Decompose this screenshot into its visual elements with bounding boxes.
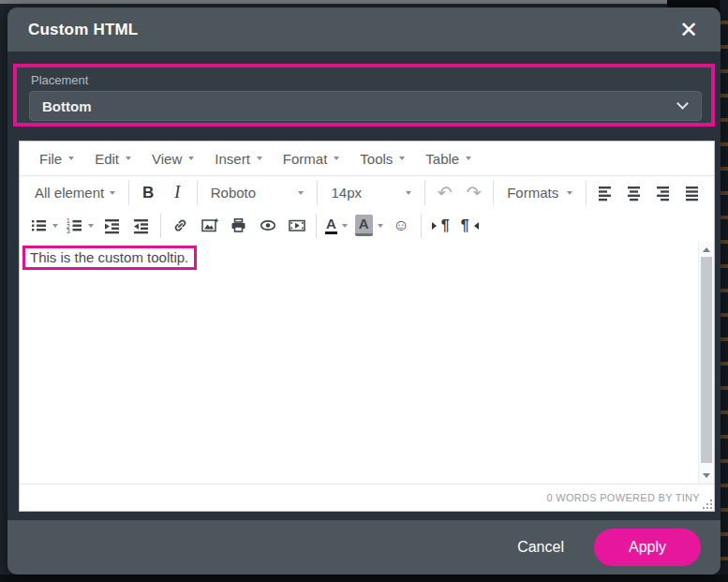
italic-button[interactable]: I [163, 179, 192, 206]
rtl-direction-icon[interactable]: ¶ [455, 212, 484, 239]
apply-button[interactable]: Apply [594, 529, 701, 566]
menu-table[interactable]: Table [415, 145, 482, 172]
close-icon[interactable]: ✕ [676, 17, 702, 43]
background-strip [0, 0, 667, 4]
editor-menubar: File Edit View Insert Format Tools Table [20, 142, 714, 176]
editor-statusbar: 0 WORDS POWERED BY TINY [20, 484, 714, 511]
toolbar-separator [160, 214, 161, 238]
preview-eye-icon[interactable] [253, 212, 282, 239]
placement-field-highlight: Placement Bottom [13, 64, 715, 127]
toolbar-separator [316, 214, 317, 238]
dialog-footer: Cancel Apply [7, 520, 721, 575]
menu-tools[interactable]: Tools [349, 145, 415, 172]
rich-text-editor: File Edit View Insert Format Tools Table… [19, 141, 715, 512]
menu-format[interactable]: Format [273, 145, 350, 172]
align-center-icon[interactable] [620, 179, 649, 206]
numbered-list-icon[interactable]: 123 [62, 212, 97, 239]
undo-icon[interactable]: ↶ [430, 179, 459, 206]
bold-button[interactable]: B [134, 179, 163, 206]
svg-text:3: 3 [67, 228, 70, 234]
scroll-up-icon[interactable] [699, 243, 714, 257]
font-size-dropdown[interactable]: 14px [322, 179, 420, 206]
redo-icon[interactable]: ↷ [459, 179, 488, 206]
caret-down-icon [567, 191, 572, 195]
dialog-header: Custom HTML ✕ [7, 7, 721, 52]
toolbar-separator [128, 181, 129, 205]
content-text: This is the custom tooltip. [30, 249, 188, 265]
dialog-title: Custom HTML [28, 21, 138, 39]
text-color-icon[interactable]: A [321, 212, 351, 239]
word-count-branding: 0 WORDS POWERED BY TINY [546, 492, 700, 503]
background-page-behind [720, 0, 728, 582]
caret-down-icon [52, 224, 58, 228]
toolbar-separator [197, 181, 198, 205]
align-justify-icon[interactable] [678, 179, 707, 206]
formats-dropdown[interactable]: Formats [498, 179, 581, 206]
scrollbar-thumb[interactable] [701, 257, 712, 463]
toolbar-separator [493, 181, 494, 205]
align-left-icon[interactable] [591, 179, 620, 206]
editor-toolbar-row2: 123 [20, 209, 714, 242]
editor-content[interactable]: This is the custom tooltip. [20, 242, 714, 484]
placement-select[interactable]: Bottom [29, 91, 702, 121]
element-path-dropdown[interactable]: All element [26, 179, 124, 206]
print-icon[interactable] [224, 212, 253, 239]
insert-image-icon[interactable] [195, 212, 224, 239]
menu-edit[interactable]: Edit [84, 145, 141, 172]
toolbar-separator [586, 181, 587, 205]
indent-icon[interactable] [126, 212, 156, 239]
toolbar-separator [424, 181, 425, 205]
caret-down-icon [334, 157, 339, 160]
font-family-dropdown[interactable]: Roboto [202, 179, 313, 206]
screen: Custom HTML ✕ Placement Bottom File Edit… [0, 0, 728, 582]
insert-media-icon[interactable] [282, 212, 311, 239]
scroll-down-icon[interactable] [699, 469, 714, 483]
caret-down-icon [257, 157, 262, 160]
menu-file[interactable]: File [29, 145, 84, 172]
menu-view[interactable]: View [141, 145, 204, 172]
editor-toolbar-row1: All element B I Roboto 14px ↶ ↷ Formats [20, 176, 714, 209]
align-right-icon[interactable] [649, 179, 678, 206]
caret-down-icon [298, 191, 304, 195]
caret-down-icon [342, 224, 348, 228]
custom-html-dialog: Custom HTML ✕ Placement Bottom File Edit… [7, 7, 721, 575]
ltr-direction-icon[interactable]: ¶ [426, 212, 455, 239]
cancel-button[interactable]: Cancel [517, 539, 564, 556]
caret-down-icon [399, 157, 405, 160]
toolbar-separator [317, 181, 318, 205]
caret-down-icon [188, 157, 194, 160]
background-bottom [0, 575, 728, 582]
caret-down-icon [110, 191, 115, 195]
toolbar-separator [421, 214, 422, 238]
placement-label: Placement [31, 73, 702, 87]
resize-grip-icon[interactable] [703, 500, 712, 509]
caret-down-icon [88, 224, 94, 228]
caret-down-icon [406, 191, 411, 195]
outdent-icon[interactable] [97, 212, 126, 239]
emoticon-icon[interactable]: ☺ [387, 212, 416, 239]
caret-down-icon [466, 157, 471, 160]
chevron-down-icon [676, 97, 689, 110]
caret-down-icon [378, 224, 383, 228]
insert-link-icon[interactable] [166, 212, 195, 239]
bullet-list-icon[interactable] [26, 212, 62, 239]
placement-value: Bottom [42, 98, 92, 114]
caret-down-icon [68, 157, 74, 160]
background-color-icon[interactable]: A [351, 212, 387, 239]
vertical-scrollbar[interactable] [698, 242, 714, 484]
content-highlight-box: This is the custom tooltip. [22, 246, 197, 270]
caret-down-icon [126, 157, 131, 160]
menu-insert[interactable]: Insert [204, 145, 273, 172]
